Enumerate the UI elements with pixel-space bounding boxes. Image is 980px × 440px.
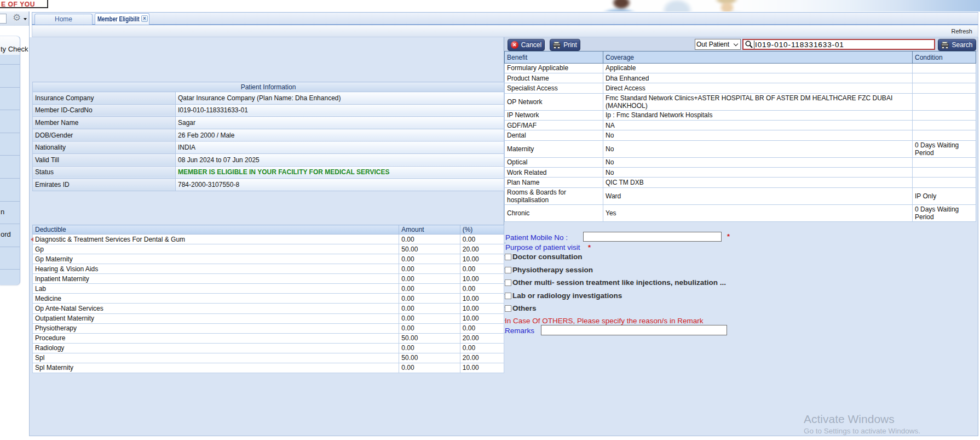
search-button[interactable]: Search (938, 39, 976, 51)
purpose-option-label: Other multi- session treatment like inje… (512, 278, 726, 287)
benefit-cell: NA (603, 121, 913, 130)
remarks-input[interactable] (541, 325, 727, 335)
deductible-cell: 0.00 (460, 284, 504, 294)
patient-type-value: Out Patient (696, 41, 729, 48)
benefit-header: Condition (913, 52, 976, 64)
deductible-cell: 10.00 (460, 363, 504, 373)
mobile-input[interactable] (583, 232, 722, 242)
purpose-checkbox[interactable] (505, 305, 511, 312)
mini-input[interactable] (0, 14, 7, 24)
deductible-cell: 50.00 (399, 333, 460, 343)
purpose-checkbox[interactable] (505, 254, 511, 260)
logo-text: E OF YOU (1, 1, 35, 8)
patient-info-row: Emirates ID784-2000-3107550-8 (33, 179, 504, 191)
patient-info-row: DOB/Gender26 Feb 2000 / Male (33, 129, 504, 141)
benefit-cell: Work Related (505, 168, 603, 178)
banner-photo-blobs (599, 0, 980, 12)
patient-info-label: Status (33, 166, 176, 179)
gear-dropdown-caret-icon[interactable] (24, 18, 27, 20)
benefit-cell: No (603, 168, 913, 178)
patient-type-select[interactable]: Out Patient (695, 39, 741, 50)
sidebar-item[interactable]: n (1, 208, 4, 216)
benefit-cell (913, 121, 976, 130)
sidebar-separator (0, 155, 20, 156)
deductible-cell: 20.00 (460, 333, 504, 343)
benefit-cell (913, 157, 976, 167)
patient-info-label: Member Name (33, 117, 176, 129)
select-caret-icon (734, 42, 738, 46)
deductible-row: Spl50.0020.00 (33, 353, 504, 363)
deductible-header: Amount (399, 225, 460, 235)
deductible-cell: Procedure (33, 333, 399, 343)
benefit-cell: 0 Days Waiting Period (913, 140, 976, 157)
deductible-cell: Op Ante-Natal Services (33, 304, 399, 313)
deductible-cell: Diagnostic & Treatment Services For Dent… (33, 235, 399, 244)
benefit-cell (913, 110, 976, 120)
deductible-cell: 0.00 (460, 235, 504, 244)
print-button[interactable]: Print (550, 39, 580, 51)
patient-info-value: Qatar Insurance Company (Plan Name: Dha … (176, 92, 504, 105)
remarks-label: Remarks (505, 327, 534, 335)
deductible-row: Gp50.0020.00 (33, 244, 504, 254)
patient-info-label: Member ID-CardNo (33, 104, 176, 117)
watermark-line1: Activate Windows (804, 413, 895, 426)
tab-strip: Home Member Eligibilit × (32, 12, 978, 25)
benefit-cell: Maternity (505, 140, 603, 157)
benefit-cell: Formulary Applicable (505, 64, 603, 73)
benefit-row: OP NetworkFmc Standard Network Clinics+A… (505, 93, 976, 110)
deductible-cell: 0.00 (399, 284, 460, 294)
deductible-cell: 0.00 (399, 313, 460, 323)
deductible-cell: 0.00 (399, 363, 460, 373)
patient-info-label: Insurance Company (33, 92, 176, 105)
deductible-cell: Lab (33, 284, 399, 294)
deductible-row: Gp Maternity0.0010.00 (33, 254, 504, 264)
deductible-cell: 0.00 (399, 274, 460, 284)
search-query-text: I019-010-118331633-01 (754, 41, 844, 49)
benefit-cell: No (603, 130, 913, 140)
deductible-cell: Spl Maternity (33, 363, 399, 373)
deductible-row: Op Ante-Natal Services0.0010.00 (33, 304, 504, 313)
purpose-checkbox[interactable] (505, 267, 511, 273)
benefit-cell: IP Only (913, 187, 976, 204)
deductible-cell: Radiology (33, 343, 399, 353)
deductible-cell: 0.00 (460, 264, 504, 274)
patient-info-value: 08 Jun 2024 to 07 Jun 2025 (176, 153, 504, 166)
benefit-cell (913, 73, 976, 83)
deductible-cell: Inpatient Maternity (33, 274, 399, 284)
gear-icon[interactable]: ⚙ (13, 12, 21, 24)
deductible-cell: 0.00 (399, 235, 460, 244)
benefit-row: Work RelatedNo (505, 168, 976, 178)
benefit-table: BenefitCoverageCondition Formulary Appli… (504, 51, 976, 222)
deductible-row: Inpatient Maternity0.0010.00 (33, 274, 504, 284)
deductible-row: Hearing & Vision Aids0.000.00 (33, 264, 504, 274)
purpose-checkbox[interactable] (505, 293, 511, 299)
cancel-x-icon: ✕ (511, 41, 518, 49)
cancel-button[interactable]: ✕ Cancel (508, 39, 545, 51)
deductible-cell: 50.00 (399, 353, 460, 363)
search-input[interactable]: I019-010-118331633-01 (742, 39, 935, 50)
benefit-row: Rooms & Boards for hospitalisationWardIP… (505, 187, 976, 204)
benefit-cell: Ward (603, 187, 913, 204)
benefit-cell (913, 64, 976, 73)
benefit-row: ChronicYes0 Days Waiting Period (505, 204, 976, 221)
benefit-row: GDF/MAFNA (505, 121, 976, 130)
sidebar-item[interactable]: ty Check (1, 45, 28, 53)
deductible-cell: 0.00 (460, 323, 504, 333)
deductible-cell: 10.00 (460, 304, 504, 313)
mobile-label: Patient Mobile No : (505, 233, 568, 242)
sidebar-separator (0, 110, 20, 110)
tab-close-icon[interactable]: × (141, 15, 148, 22)
benefit-row: OpticalNo (505, 157, 976, 167)
benefit-cell: OP Network (505, 93, 603, 110)
tab-home[interactable]: Home (34, 14, 93, 25)
benefit-cell: Dha Enhanced (603, 73, 913, 83)
purpose-checkbox[interactable] (505, 279, 511, 286)
patient-info-label: DOB/Gender (33, 129, 176, 141)
sidebar-separator (0, 133, 20, 133)
sidebar-item[interactable]: ord (1, 230, 11, 238)
tab-member-eligibility[interactable]: Member Eligibilit × (95, 13, 149, 25)
deductible-cell: 0.00 (399, 323, 460, 333)
deductible-cell: 50.00 (399, 244, 460, 254)
refresh-link[interactable]: Refresh (951, 28, 972, 35)
deductible-cell: Gp Maternity (33, 254, 399, 264)
